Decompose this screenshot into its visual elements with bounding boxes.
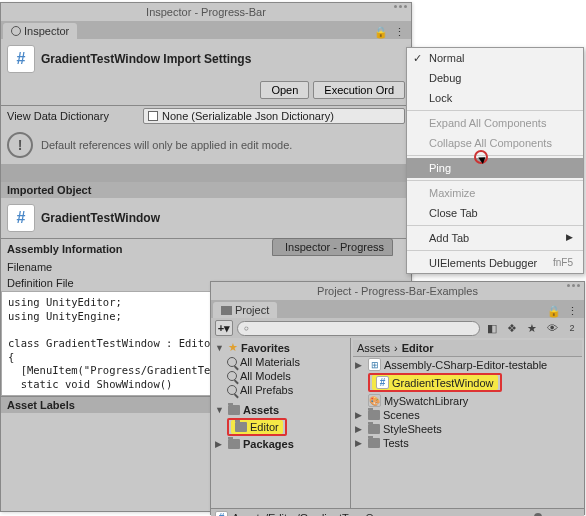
info-icon xyxy=(11,26,21,36)
item-stylesheets[interactable]: ▶StyleSheets xyxy=(353,422,582,436)
imported-name: GradientTestWindow xyxy=(41,211,160,225)
folder-icon xyxy=(368,424,380,434)
secondary-inspector-tab[interactable]: Inspector - Progress xyxy=(272,238,393,256)
create-button[interactable]: +▾ xyxy=(215,320,233,336)
context-menu: Normal Debug Lock Expand All Components … xyxy=(406,47,584,274)
definition-label: Definition File xyxy=(7,277,137,289)
open-button[interactable]: Open xyxy=(260,81,309,99)
project-search[interactable]: ৹ xyxy=(237,321,480,336)
asset-header: # GradientTestWindow Import Settings xyxy=(1,39,411,79)
item-gradient-test-window[interactable]: #GradientTestWindow xyxy=(353,372,582,393)
breadcrumb-root[interactable]: Assets xyxy=(357,342,390,354)
inspector-tabbar: Inspector 🔒 ⋮ xyxy=(1,21,411,39)
folder-icon xyxy=(221,306,232,315)
lock-icon[interactable]: 🔒 xyxy=(547,305,561,318)
project-titlebar: Project - Progress-Bar-Examples xyxy=(211,282,584,300)
search-icon xyxy=(227,385,237,395)
folder-icon xyxy=(228,439,240,449)
hidden-icon[interactable]: 👁 xyxy=(544,321,560,335)
item-assembly[interactable]: ▶⊞Assembly-CSharp-Editor-testable xyxy=(353,357,582,372)
tree-all-materials[interactable]: All Materials xyxy=(213,355,348,369)
status-path: Assets/Editor/GradientTes xyxy=(232,512,359,517)
folder-icon xyxy=(235,422,247,432)
project-contents[interactable]: Assets › Editor ▶⊞Assembly-CSharp-Editor… xyxy=(351,338,584,508)
favorite-icon[interactable]: ★ xyxy=(524,321,540,335)
menu-debug[interactable]: Debug xyxy=(407,68,583,88)
puzzle-icon: ⊞ xyxy=(368,358,381,371)
filter-label-icon[interactable]: ❖ xyxy=(504,321,520,335)
menu-lock[interactable]: Lock xyxy=(407,88,583,108)
project-title: Project - Progress-Bar-Examples xyxy=(317,285,478,297)
lock-icon[interactable]: 🔒 xyxy=(374,26,388,39)
tab-inspector-label: Inspector xyxy=(24,25,69,37)
filter-type-icon[interactable]: ◧ xyxy=(484,321,500,335)
chevron-right-icon: › xyxy=(394,342,398,354)
asset-title: GradientTestWindow Import Settings xyxy=(41,52,251,66)
tree-favorites[interactable]: ▼★Favorites xyxy=(213,340,348,355)
view-dictionary-field: View Data Dictionary None (Serializable … xyxy=(1,106,411,126)
tree-packages[interactable]: ▶Packages xyxy=(213,437,348,451)
item-swatch-library[interactable]: 🎨MySwatchLibrary xyxy=(353,393,582,408)
project-statusbar: # Assets/Editor/GradientTes ⊙ xyxy=(211,508,584,516)
view-dict-label: View Data Dictionary xyxy=(7,110,137,122)
warning-row: ! Default references will only be applie… xyxy=(1,126,411,164)
item-scenes[interactable]: ▶Scenes xyxy=(353,408,582,422)
imported-header: Imported Object xyxy=(1,182,411,198)
warning-icon: ! xyxy=(7,132,33,158)
script-icon: # xyxy=(7,45,35,73)
inspector-title: Inspector - Progress-Bar xyxy=(146,6,266,18)
project-tree[interactable]: ▼★Favorites All Materials All Models All… xyxy=(211,338,351,508)
view-dict-checkbox[interactable] xyxy=(148,111,158,121)
menu-uielements-debugger[interactable]: UIElements DebuggerfnF5 xyxy=(407,253,583,273)
menu-collapse-all: Collapse All Components xyxy=(407,133,583,153)
execution-order-button[interactable]: Execution Ord xyxy=(313,81,405,99)
breadcrumb: Assets › Editor xyxy=(353,340,582,357)
view-dict-value[interactable]: None (Serializable Json Dictionary) xyxy=(143,108,405,124)
project-window: Project - Progress-Bar-Examples Project … xyxy=(210,281,585,515)
tab-project[interactable]: Project xyxy=(213,302,277,318)
tree-all-models[interactable]: All Models xyxy=(213,369,348,383)
tab-project-label: Project xyxy=(235,304,269,316)
menu-add-tab[interactable]: Add Tab xyxy=(407,228,583,248)
tab-inspector[interactable]: Inspector xyxy=(3,23,77,39)
search-icon xyxy=(227,357,237,367)
search-icon xyxy=(227,371,237,381)
menu-close-tab[interactable]: Close Tab xyxy=(407,203,583,223)
swatch-icon: 🎨 xyxy=(368,394,381,407)
tree-all-prefabs[interactable]: All Prefabs xyxy=(213,383,348,397)
inspector-titlebar: Inspector - Progress-Bar xyxy=(1,3,411,21)
folder-icon xyxy=(368,410,380,420)
filename-label: Filename xyxy=(7,261,137,273)
folder-icon xyxy=(368,438,380,448)
tree-editor[interactable]: Editor xyxy=(213,417,348,437)
kebab-icon[interactable]: ⋮ xyxy=(567,305,578,318)
menu-ping[interactable]: Ping xyxy=(407,158,583,178)
target-icon: ⊙ xyxy=(365,511,374,516)
kebab-icon[interactable]: ⋮ xyxy=(394,26,405,39)
imported-script-icon: # xyxy=(7,204,35,232)
menu-normal[interactable]: Normal xyxy=(407,48,583,68)
cursor-indicator xyxy=(474,150,488,164)
search-icon: ৹ xyxy=(244,322,247,335)
tree-assets[interactable]: ▼Assets xyxy=(213,403,348,417)
item-tests[interactable]: ▶Tests xyxy=(353,436,582,450)
script-icon: # xyxy=(376,376,389,389)
menu-maximize: Maximize xyxy=(407,183,583,203)
breadcrumb-leaf[interactable]: Editor xyxy=(402,342,434,354)
menu-expand-all: Expand All Components xyxy=(407,113,583,133)
warning-text: Default references will only be applied … xyxy=(41,139,292,151)
project-toolbar: +▾ ৹ ◧ ❖ ★ 👁 2 xyxy=(211,318,584,338)
folder-icon xyxy=(228,405,240,415)
count-badge: 2 xyxy=(564,321,580,335)
script-icon: # xyxy=(215,511,228,516)
